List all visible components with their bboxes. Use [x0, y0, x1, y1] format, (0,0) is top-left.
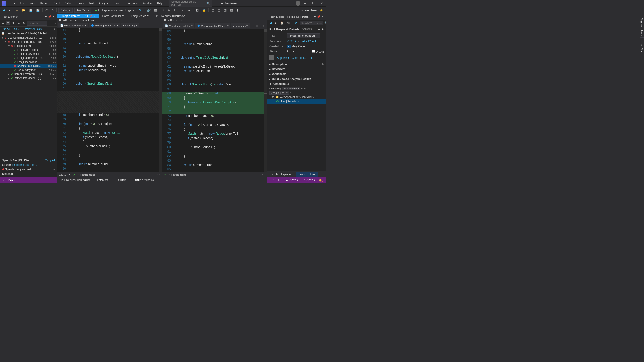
- run-button[interactable]: ▶IIS Express (Microsoft Edge) ▾: [93, 8, 136, 12]
- test-search-input[interactable]: [27, 21, 47, 25]
- collapse-icon[interactable]: ≡: [53, 168, 55, 171]
- te-home-icon[interactable]: 🏠: [279, 21, 284, 25]
- code-line[interactable]: 76 {: [162, 127, 267, 132]
- test-row[interactable]: ✓EmojiClothingTest1 ms: [0, 48, 57, 52]
- copy-all-link[interactable]: Copy All: [45, 159, 55, 162]
- code-line[interactable]: 54 }: [162, 29, 267, 33]
- new-project-button[interactable]: ✚: [15, 8, 19, 12]
- test-settings-icon[interactable]: ▾: [54, 22, 56, 25]
- source-link[interactable]: EmojiTests.cs line 101: [12, 163, 39, 167]
- te-fwd-icon[interactable]: ▶: [274, 21, 278, 25]
- code-line[interactable]: 62 string specificEmoji = twee: [57, 64, 162, 68]
- code-line[interactable]: 64: [162, 74, 267, 78]
- status-line[interactable]: Ln 1: [84, 179, 89, 182]
- pr-context[interactable]: VS2019: [302, 28, 312, 31]
- code-line[interactable]: 77 Match match = new Regex(emojiToS: [162, 132, 267, 136]
- diff-nav-icon[interactable]: ◂ ▸: [157, 173, 160, 176]
- menu-window[interactable]: Window: [140, 1, 154, 6]
- changes-file[interactable]: C# EmojiSearch.cs: [267, 99, 326, 104]
- code-line[interactable]: 58: [57, 46, 162, 50]
- code-line[interactable]: 67: [57, 86, 162, 91]
- code-line[interactable]: 79 {: [162, 141, 267, 145]
- document-tab[interactable]: Pull Request Discussion: [153, 14, 188, 18]
- step-out-button[interactable]: ⤴: [173, 8, 176, 12]
- code-line[interactable]: 76 }: [57, 149, 162, 153]
- te-pin-icon[interactable]: 📌: [317, 15, 320, 18]
- code-line[interactable]: 70 for (int i = 0; i < emojiTo: [57, 122, 162, 126]
- code-line[interactable]: 85: [162, 168, 267, 172]
- code-line[interactable]: [57, 104, 162, 109]
- document-tab[interactable]: EmojiSearch.cs: [128, 14, 153, 18]
- code-line[interactable]: 74 {: [57, 140, 162, 144]
- minimize-button[interactable]: ─: [303, 1, 308, 5]
- menu-test[interactable]: Test: [87, 1, 96, 6]
- code-line[interactable]: 66 ublic int SpecificEmoji(List: [57, 82, 162, 86]
- code-line[interactable]: 72: [162, 109, 267, 114]
- code-line[interactable]: 61: [162, 60, 267, 65]
- compare-mode-dropdown[interactable]: Merge Base ▾: [282, 87, 300, 90]
- diff-nav-icon-r[interactable]: ◂ ▸: [262, 173, 265, 176]
- bc-right-method[interactable]: ● hasEmoji ▾: [231, 23, 250, 28]
- pr-section[interactable]: ▸Description✎: [267, 62, 326, 67]
- code-line[interactable]: 73 int numberFound = 0;: [162, 114, 267, 118]
- menu-project[interactable]: Project: [38, 1, 51, 6]
- bc-left-project[interactable]: 📄 Miscellaneous File ▾: [58, 23, 88, 27]
- test-row[interactable]: ▼⊗EmojiTests (6)244 ms: [0, 44, 57, 48]
- test-row[interactable]: ⊗SpecificEmojiNullT...153 ms: [0, 64, 57, 68]
- te-refresh-icon[interactable]: ⟳: [294, 21, 298, 25]
- status-pending[interactable]: ✎ 0: [278, 179, 282, 182]
- code-line[interactable]: 63 return specificEmoji;: [162, 69, 267, 74]
- code-line[interactable]: 62 string specificEmoji = tweetsToSearc: [162, 65, 267, 69]
- status-repo[interactable]: ◆ VS2019: [286, 179, 298, 182]
- code-line[interactable]: 75 for (int i = 0; i < emojiToSearch.Co: [162, 123, 267, 127]
- test-row[interactable]: ▸✓HomeControllerTe... (6)1 sec: [0, 72, 57, 76]
- code-line[interactable]: 57 return numberFound;: [162, 42, 267, 47]
- bookmark-button[interactable]: ▮: [236, 8, 239, 12]
- exit-link[interactable]: Exit: [309, 56, 313, 59]
- status-ch[interactable]: Ch 1: [118, 179, 123, 182]
- config-dropdown[interactable]: Debug ▾: [58, 8, 72, 12]
- redo-button[interactable]: ↷: [50, 8, 55, 12]
- pr-popout-icon[interactable]: ↗: [321, 27, 324, 31]
- lock-toggle-2[interactable]: 🔒: [201, 8, 206, 12]
- code-line[interactable]: 65: [162, 78, 267, 83]
- code-line[interactable]: 68 if (emojiToSearch == null): [162, 92, 267, 96]
- branch-source[interactable]: FixNullCheck: [300, 40, 316, 43]
- te-close-icon[interactable]: ✕: [322, 15, 324, 18]
- test-row[interactable]: ✓EmojiHeartsTest1 ms: [0, 60, 57, 64]
- menu-team[interactable]: Team: [75, 1, 86, 6]
- code-line[interactable]: 74: [162, 118, 267, 123]
- te-plug-icon[interactable]: 🔌: [286, 21, 291, 25]
- save-all-button[interactable]: 💾: [35, 8, 40, 12]
- code-left[interactable]: 54 }55 56 57 return numberFound;58 59 60…: [57, 28, 162, 172]
- step-into-button[interactable]: ⤷: [167, 8, 171, 12]
- nav-fwd-button[interactable]: ▸: [8, 8, 11, 12]
- code-line[interactable]: 78 if (match.Success): [162, 136, 267, 141]
- add-comment-icon[interactable]: ＋: [260, 23, 266, 28]
- pr-title-input[interactable]: [287, 33, 320, 38]
- code-right[interactable]: 54 }55 56 57 return numberFound;58 59 60…: [162, 29, 267, 172]
- close-button[interactable]: ✕: [319, 1, 324, 5]
- code-line[interactable]: 69 {: [162, 96, 267, 100]
- document-tab[interactable]: EmojiSearch.cs: PR 11📌✕: [57, 14, 99, 18]
- panel-close-icon[interactable]: ✕: [53, 15, 55, 18]
- code-line[interactable]: 82 }: [162, 154, 267, 159]
- status-col[interactable]: Col 1: [100, 179, 106, 182]
- nav-right-button[interactable]: →: [186, 8, 191, 12]
- code-line[interactable]: 59: [162, 51, 267, 56]
- code-line[interactable]: [57, 109, 162, 113]
- code-line[interactable]: 80 numberFound++;: [162, 145, 267, 150]
- code-line[interactable]: 75 numberFound++;: [57, 144, 162, 149]
- status-ins[interactable]: INS: [134, 179, 139, 182]
- group-icon[interactable]: ≡: [17, 21, 21, 25]
- nav-back-button[interactable]: ◀: [2, 8, 6, 12]
- code-line[interactable]: 63 return specificEmoji;: [57, 68, 162, 73]
- split-toggle-icon[interactable]: ▤: [254, 23, 260, 28]
- menu-file[interactable]: File: [8, 1, 17, 6]
- code-line[interactable]: [57, 95, 162, 100]
- code-line[interactable]: 83: [162, 159, 267, 163]
- zoom-level[interactable]: 125 %: [59, 174, 66, 176]
- code-line[interactable]: 72 Match match = new Regex: [57, 131, 162, 135]
- code-line[interactable]: 61: [57, 59, 162, 64]
- menu-debug[interactable]: Debug: [62, 1, 74, 6]
